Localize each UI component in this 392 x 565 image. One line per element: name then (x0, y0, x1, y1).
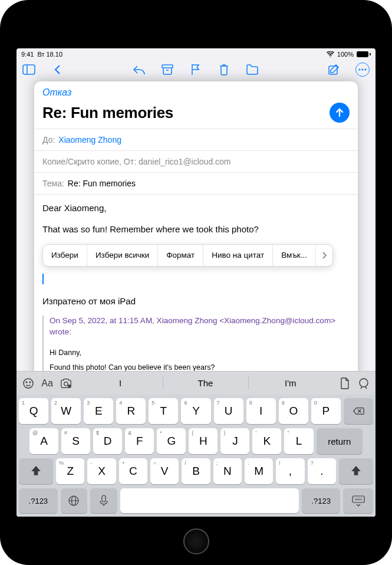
key-d[interactable]: $D (93, 428, 122, 454)
key-e[interactable]: 3E (84, 398, 113, 424)
key-space[interactable] (120, 488, 299, 513)
key-hide-keyboard[interactable] (343, 488, 373, 513)
menu-format[interactable]: Формат (158, 245, 203, 266)
keyboard-hide-icon (351, 495, 365, 507)
home-button[interactable] (183, 528, 209, 554)
key-v[interactable]: =V (150, 458, 179, 484)
back-chevron-icon[interactable] (51, 63, 64, 76)
key-m[interactable]: :M (245, 458, 273, 484)
key-u[interactable]: 7U (214, 398, 243, 424)
key-c[interactable]: +C (119, 458, 147, 484)
svg-rect-0 (23, 65, 35, 74)
wifi-icon (327, 51, 334, 57)
key-t[interactable]: 5T (149, 398, 178, 424)
menu-quote-level[interactable]: Ниво на цитат (203, 245, 273, 266)
keyboard: 1Q2W3E4R5T6Y7U8I9O0P @A#S$D&F*G(H)J'K"Lr… (17, 395, 375, 517)
document-scan-icon[interactable] (339, 377, 351, 389)
compose-body[interactable]: Dear Xiaomeng, That was so fun! Remember… (34, 194, 358, 384)
flag-icon[interactable] (189, 63, 202, 76)
status-bar: 9:41 Вт 18.10 100% (17, 48, 375, 60)
key-p[interactable]: 0P (311, 398, 341, 424)
key-numbers-right[interactable]: .?123 (302, 488, 341, 513)
menu-select-all[interactable]: Избери всички (87, 245, 158, 266)
key-dictation[interactable] (90, 488, 117, 513)
to-recipient[interactable]: Xiaomeng Zhong (58, 135, 121, 144)
key-f[interactable]: &F (125, 428, 154, 454)
svg-rect-21 (102, 495, 106, 502)
key-h[interactable]: (H (189, 428, 218, 454)
key-x[interactable]: -X (87, 458, 116, 484)
key-,[interactable]: !, (276, 458, 304, 484)
menu-select[interactable]: Избери (43, 245, 87, 266)
key-l[interactable]: "L (284, 428, 313, 454)
key-s[interactable]: #S (61, 428, 90, 454)
text-cursor-line (42, 274, 350, 284)
svg-point-8 (364, 68, 366, 70)
quote-header: On Sep 5, 2022, at 11:15 AM, Xiaomeng Zh… (50, 316, 350, 338)
svg-point-15 (360, 379, 368, 387)
cancel-button[interactable]: Отказ (42, 87, 71, 97)
markup-icon[interactable] (358, 377, 370, 389)
key-shift-right[interactable] (339, 458, 373, 484)
key-j[interactable]: )J (220, 428, 249, 454)
menu-insert[interactable]: Вмък... (273, 245, 316, 266)
quote-line-1: Hi Danny, (50, 347, 350, 359)
chevron-right-icon (322, 252, 327, 259)
key-w[interactable]: 2W (51, 398, 81, 424)
subject-label: Тема: (42, 179, 64, 188)
archive-icon[interactable] (161, 63, 174, 76)
key-shift-left[interactable] (19, 458, 53, 484)
ipad-device-frame: 9:41 Вт 18.10 100% (0, 0, 392, 565)
mic-icon (100, 495, 108, 507)
prediction-3[interactable]: I'm (248, 372, 333, 394)
text-format-icon[interactable]: Aa (41, 377, 53, 389)
shift-icon (350, 465, 362, 477)
more-icon[interactable] (355, 63, 370, 77)
keyboard-area: Aa I The I'm 1Q2W3E4R5T6Y7U8I9O0P (17, 371, 375, 517)
camera-icon[interactable] (60, 377, 72, 389)
emoji-icon[interactable] (22, 377, 34, 389)
prediction-1[interactable]: I (78, 372, 163, 394)
cc-bcc-from-field[interactable]: Копие/Скрито копие, От: daniel_rico1@icl… (34, 150, 358, 172)
key-b[interactable]: /B (182, 458, 210, 484)
send-button[interactable] (330, 103, 350, 123)
reply-icon[interactable] (133, 63, 146, 76)
svg-point-11 (26, 382, 27, 383)
battery-percent: 100% (337, 51, 354, 58)
key-.[interactable]: ?. (308, 458, 336, 484)
arrow-up-icon (334, 107, 345, 118)
key-r[interactable]: 4R (116, 398, 146, 424)
compose-title: Re: Fun memories (42, 104, 173, 122)
key-k[interactable]: 'K (252, 428, 281, 454)
key-a[interactable]: @A (29, 428, 58, 454)
key-o[interactable]: 9O (279, 398, 308, 424)
key-y[interactable]: 6Y (181, 398, 210, 424)
key-n[interactable]: ;N (213, 458, 242, 484)
bezel: 9:41 Вт 18.10 100% (5, 5, 387, 560)
key-return[interactable]: return (317, 428, 363, 454)
key-q[interactable]: 1Q (19, 398, 48, 424)
email-signature: Изпратено от моя iPad (42, 295, 350, 308)
status-time: 9:41 (21, 51, 34, 58)
text-context-menu: Избери Избери всички Формат Ниво на цита… (42, 244, 333, 267)
key-globe[interactable] (61, 488, 87, 513)
globe-icon (68, 495, 80, 507)
svg-point-10 (24, 379, 33, 388)
key-g[interactable]: *G (157, 428, 186, 454)
menu-more-arrow[interactable] (316, 245, 332, 266)
to-field[interactable]: До: Xiaomeng Zhong (34, 129, 358, 150)
key-numbers-left[interactable]: .?123 (19, 488, 58, 513)
sidebar-icon[interactable] (22, 63, 35, 76)
body-line-1: That was so fun! Remember where we took … (42, 223, 350, 236)
prediction-bar: Aa I The I'm (17, 371, 375, 395)
key-z[interactable]: %Z (56, 458, 84, 484)
trash-icon[interactable] (218, 63, 230, 76)
subject-value: Re: Fun memories (68, 179, 136, 188)
prediction-2[interactable]: The (163, 372, 248, 394)
svg-point-7 (361, 68, 363, 70)
compose-icon[interactable] (327, 63, 340, 76)
key-backspace[interactable] (344, 398, 373, 424)
folder-icon[interactable] (246, 63, 259, 76)
key-i[interactable]: 8I (246, 398, 276, 424)
subject-field[interactable]: Тема: Re: Fun memories (34, 172, 358, 194)
